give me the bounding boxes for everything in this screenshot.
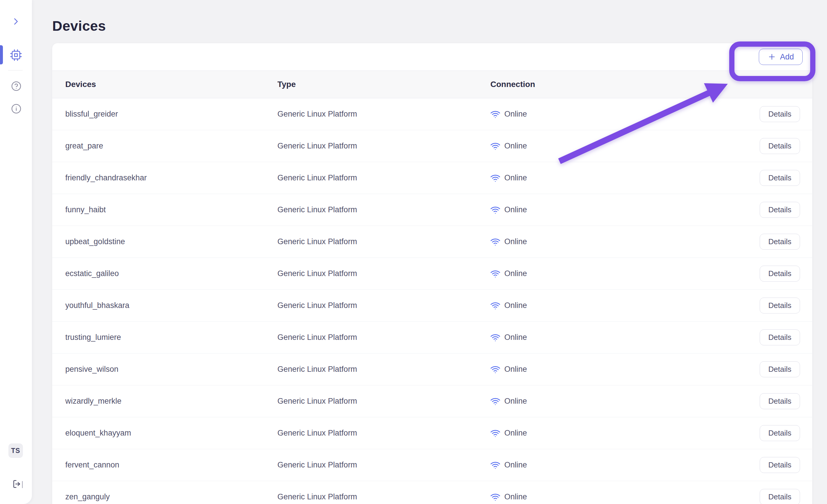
column-header-connection: Connection <box>490 80 758 89</box>
connection-status: Online <box>504 142 527 151</box>
connection-status: Online <box>504 269 527 278</box>
table-row: friendly_chandrasekhar Generic Linux Pla… <box>52 162 812 194</box>
logout-button[interactable] <box>12 478 22 491</box>
details-button[interactable]: Details <box>760 329 800 345</box>
device-connection: Online <box>490 269 758 279</box>
wifi-icon <box>490 492 500 502</box>
plus-icon <box>768 53 776 61</box>
device-type: Generic Linux Platform <box>278 460 490 469</box>
details-button[interactable]: Details <box>760 393 800 409</box>
connection-status: Online <box>504 460 527 469</box>
details-button[interactable]: Details <box>760 425 800 441</box>
wifi-icon <box>490 365 500 374</box>
info-circle-icon <box>11 104 21 114</box>
logout-icon <box>12 479 21 490</box>
device-type: Generic Linux Platform <box>278 142 490 151</box>
connection-status: Online <box>504 333 527 342</box>
connection-status: Online <box>504 173 527 182</box>
table-row: great_pare Generic Linux Platform Online… <box>52 130 812 162</box>
details-button[interactable]: Details <box>760 202 800 218</box>
sidebar-item-help[interactable] <box>9 79 23 93</box>
column-header-devices: Devices <box>52 80 278 89</box>
wifi-icon <box>490 141 500 151</box>
connection-status: Online <box>504 237 527 246</box>
device-type: Generic Linux Platform <box>278 333 490 342</box>
card-toolbar: Add <box>52 43 812 71</box>
device-table-body: blissful_greider Generic Linux Platform … <box>52 98 812 504</box>
device-name: ecstatic_galileo <box>52 269 278 278</box>
table-row: pensive_wilson Generic Linux Platform On… <box>52 353 812 385</box>
connection-status: Online <box>504 365 527 374</box>
device-type: Generic Linux Platform <box>278 397 490 406</box>
device-name: blissful_greider <box>52 110 278 119</box>
table-row: ecstatic_galileo Generic Linux Platform … <box>52 258 812 290</box>
wifi-icon <box>490 237 500 247</box>
add-device-button[interactable]: Add <box>759 49 802 65</box>
device-type: Generic Linux Platform <box>278 205 490 214</box>
sidebar-expand-button[interactable] <box>9 14 23 29</box>
table-row: wizardly_merkle Generic Linux Platform O… <box>52 385 812 417</box>
details-button[interactable]: Details <box>760 234 800 250</box>
connection-status: Online <box>504 301 527 310</box>
connection-status: Online <box>504 110 527 119</box>
device-connection: Online <box>490 173 758 183</box>
device-type: Generic Linux Platform <box>278 110 490 119</box>
wifi-icon <box>490 428 500 438</box>
device-name: funny_haibt <box>52 205 278 214</box>
details-button[interactable]: Details <box>760 361 800 377</box>
sidebar-divider <box>8 70 22 70</box>
wifi-icon <box>490 205 500 215</box>
details-button[interactable]: Details <box>760 266 800 282</box>
table-row: zen_ganguly Generic Linux Platform Onlin… <box>52 481 812 504</box>
details-button[interactable]: Details <box>760 106 800 122</box>
table-row: eloquent_khayyam Generic Linux Platform … <box>52 417 812 449</box>
user-avatar[interactable]: TS <box>8 443 23 458</box>
device-name: zen_ganguly <box>52 492 278 501</box>
sidebar: TS <box>0 0 32 504</box>
table-row: youthful_bhaskara Generic Linux Platform… <box>52 290 812 322</box>
sidebar-item-devices[interactable] <box>9 48 23 62</box>
device-connection: Online <box>490 460 758 470</box>
table-row: blissful_greider Generic Linux Platform … <box>52 98 812 130</box>
column-header-type: Type <box>278 80 490 89</box>
connection-status: Online <box>504 205 527 214</box>
help-circle-icon <box>11 81 21 91</box>
devices-card: Add Devices Type Connection blissful_gre… <box>52 43 812 504</box>
device-connection: Online <box>490 428 758 438</box>
details-button[interactable]: Details <box>760 457 800 473</box>
details-button[interactable]: Details <box>760 170 800 186</box>
table-row: trusting_lumiere Generic Linux Platform … <box>52 322 812 353</box>
device-connection: Online <box>490 365 758 374</box>
details-button[interactable]: Details <box>760 489 800 504</box>
device-type: Generic Linux Platform <box>278 301 490 310</box>
connection-status: Online <box>504 429 527 438</box>
device-name: pensive_wilson <box>52 365 278 374</box>
device-name: friendly_chandrasekhar <box>52 173 278 182</box>
wifi-icon <box>490 396 500 406</box>
device-type: Generic Linux Platform <box>278 269 490 278</box>
wifi-icon <box>490 269 500 279</box>
connection-status: Online <box>504 397 527 406</box>
chevron-right-icon <box>10 16 21 27</box>
device-name: fervent_cannon <box>52 460 278 469</box>
device-name: upbeat_goldstine <box>52 237 278 246</box>
cpu-chip-icon <box>10 49 22 61</box>
table-header-row: Devices Type Connection <box>52 71 812 98</box>
device-connection: Online <box>490 396 758 406</box>
table-row: funny_haibt Generic Linux Platform Onlin… <box>52 194 812 226</box>
device-type: Generic Linux Platform <box>278 365 490 374</box>
sidebar-item-info[interactable] <box>9 102 23 116</box>
table-row: fervent_cannon Generic Linux Platform On… <box>52 449 812 481</box>
device-name: great_pare <box>52 142 278 151</box>
device-connection: Online <box>490 333 758 342</box>
details-button[interactable]: Details <box>760 297 800 314</box>
device-connection: Online <box>490 301 758 311</box>
device-type: Generic Linux Platform <box>278 237 490 246</box>
device-type: Generic Linux Platform <box>278 173 490 182</box>
details-button[interactable]: Details <box>760 138 800 154</box>
wifi-icon <box>490 109 500 119</box>
wifi-icon <box>490 460 500 470</box>
device-connection: Online <box>490 237 758 247</box>
wifi-icon <box>490 333 500 342</box>
device-connection: Online <box>490 205 758 215</box>
